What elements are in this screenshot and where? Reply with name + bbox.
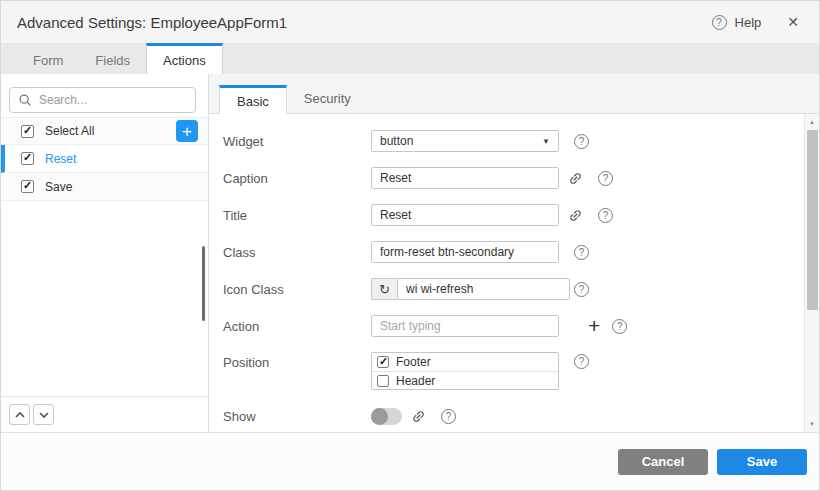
position-row: Position Footer Header ? [223, 352, 795, 390]
dialog-footer: Cancel Save [1, 432, 819, 490]
move-up-button[interactable] [9, 404, 30, 425]
reset-checkbox[interactable] [21, 152, 34, 165]
dialog-header: Advanced Settings: EmployeeAppForm1 ? He… [1, 1, 819, 43]
class-help-icon[interactable]: ? [574, 245, 589, 260]
move-down-button[interactable] [33, 404, 54, 425]
help-icon[interactable]: ? [712, 15, 727, 30]
position-option-footer[interactable]: Footer [372, 353, 558, 371]
close-icon[interactable]: ✕ [783, 12, 803, 32]
tab-basic[interactable]: Basic [219, 85, 287, 114]
chevron-up-icon [14, 411, 26, 419]
caption-label: Caption [223, 171, 371, 186]
toggle-knob [371, 408, 388, 425]
help-link[interactable]: Help [735, 15, 762, 30]
main-tab-bar: Form Fields Actions [1, 43, 819, 74]
title-row: Title ? [223, 204, 795, 226]
save-checkbox[interactable] [21, 180, 34, 193]
widget-help-icon[interactable]: ? [574, 134, 589, 149]
header-option-label: Header [396, 374, 435, 388]
show-help-icon[interactable]: ? [441, 409, 456, 424]
advanced-settings-dialog: Advanced Settings: EmployeeAppForm1 ? He… [0, 0, 820, 491]
search-input[interactable] [39, 93, 187, 107]
caption-input[interactable] [371, 167, 559, 189]
select-all-checkbox[interactable] [21, 125, 34, 138]
position-option-header[interactable]: Header [372, 371, 558, 389]
widget-select[interactable]: button ▼ [371, 130, 559, 152]
action-label: Action [223, 319, 371, 334]
select-all-row[interactable]: Select All + [1, 117, 208, 145]
action-help-icon[interactable]: ? [612, 319, 627, 334]
footer-checkbox[interactable] [377, 356, 389, 368]
action-row: Action + ? [223, 315, 795, 337]
cancel-button[interactable]: Cancel [618, 449, 708, 475]
show-label: Show [223, 409, 371, 424]
panel-scrollbar-thumb[interactable] [807, 130, 818, 310]
search-icon [18, 93, 32, 107]
caret-down-icon: ▼ [542, 137, 550, 146]
footer-option-label: Footer [396, 355, 431, 369]
icon-class-input[interactable] [397, 278, 570, 300]
show-row: Show ? [223, 405, 795, 427]
header-checkbox[interactable] [377, 375, 389, 387]
widget-row: Widget button ▼ ? [223, 130, 795, 152]
position-help-icon[interactable]: ? [574, 354, 589, 369]
title-bind-link-icon[interactable] [568, 208, 583, 223]
sidebar-scrollbar-thumb[interactable] [202, 246, 205, 321]
class-label: Class [223, 245, 371, 260]
select-all-label: Select All [45, 124, 94, 138]
list-item-reset[interactable]: Reset [1, 145, 208, 173]
show-toggle[interactable] [371, 408, 402, 425]
save-button[interactable]: Save [717, 449, 807, 475]
scroll-down-icon[interactable]: ▼ [805, 417, 819, 431]
panel-scrollbar[interactable]: ▲ ▼ [804, 114, 819, 432]
actions-sidebar: Select All + Reset Save [1, 74, 209, 432]
class-input[interactable] [371, 241, 559, 263]
widget-label: Widget [223, 134, 371, 149]
icon-class-row: Icon Class ↻ ? [223, 278, 795, 300]
title-input[interactable] [371, 204, 559, 226]
list-item-save[interactable]: Save [1, 173, 208, 201]
tab-form[interactable]: Form [17, 43, 79, 74]
widget-select-value: button [380, 134, 413, 148]
tab-actions[interactable]: Actions [146, 43, 223, 74]
icon-class-help-icon[interactable]: ? [574, 282, 589, 297]
add-action-button[interactable]: + [176, 120, 198, 142]
dialog-title: Advanced Settings: EmployeeAppForm1 [17, 14, 287, 31]
icon-class-label: Icon Class [223, 282, 371, 297]
show-bind-link-icon[interactable] [411, 409, 426, 424]
tab-fields[interactable]: Fields [79, 43, 146, 74]
add-action-plus-icon[interactable]: + [588, 317, 600, 335]
class-row: Class ? [223, 241, 795, 263]
dialog-body: Select All + Reset Save [1, 74, 819, 432]
icon-preview-refresh-icon[interactable]: ↻ [371, 278, 397, 300]
reorder-controls [1, 396, 208, 432]
list-item-label: Save [45, 180, 72, 194]
caption-bind-link-icon[interactable] [568, 171, 583, 186]
basic-settings-form: Widget button ▼ ? Caption ? [209, 114, 819, 432]
caption-help-icon[interactable]: ? [598, 171, 613, 186]
position-label: Position [223, 352, 371, 370]
action-list: Select All + Reset Save [1, 117, 208, 201]
position-options: Footer Header [371, 352, 559, 390]
panel-tab-bar: Basic Security [209, 74, 819, 114]
tab-security[interactable]: Security [287, 84, 368, 113]
title-help-icon[interactable]: ? [598, 208, 613, 223]
list-item-label: Reset [45, 152, 76, 166]
chevron-down-icon [38, 411, 50, 419]
title-label: Title [223, 208, 371, 223]
settings-panel: Basic Security Widget button ▼ ? Caption [209, 74, 819, 432]
caption-row: Caption ? [223, 167, 795, 189]
search-box[interactable] [9, 87, 196, 113]
action-input[interactable] [371, 315, 559, 337]
scroll-up-icon[interactable]: ▲ [805, 115, 819, 129]
